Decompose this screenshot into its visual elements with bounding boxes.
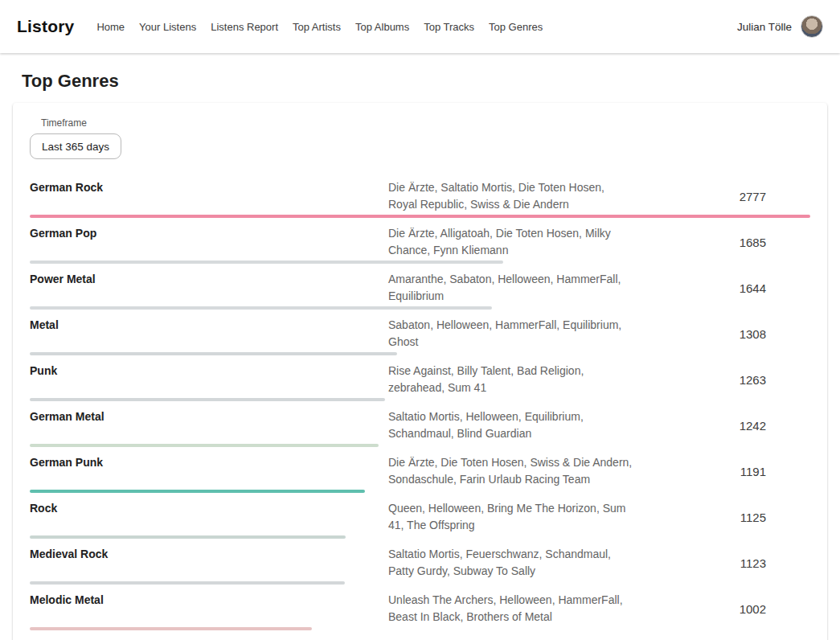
genre-count: 1308 — [633, 327, 810, 341]
genre-name: Medieval Rock — [30, 546, 388, 560]
timeframe-label: Timeframe — [41, 117, 810, 129]
genre-row[interactable]: German Indie Bukahara, Käptn Peng, KYTES… — [30, 630, 810, 640]
genre-row[interactable]: German Metal Saltatio Mortis, Helloween,… — [30, 401, 810, 447]
app-logo[interactable]: Listory — [17, 17, 74, 36]
genre-row[interactable]: Punk Rise Against, Billy Talent, Bad Rel… — [30, 355, 810, 401]
user-avatar[interactable] — [801, 15, 823, 38]
genre-name: Rock — [30, 500, 388, 515]
genre-row[interactable]: Metal Sabaton, Helloween, HammerFall, Eq… — [30, 310, 810, 355]
appbar-right: Julian Tölle — [737, 15, 823, 38]
genre-count: 1242 — [633, 419, 810, 433]
genre-artists: Die Ärzte, Alligatoah, Die Toten Hosen, … — [388, 225, 633, 259]
genre-row[interactable]: German Punk Die Ärzte, Die Toten Hosen, … — [30, 447, 810, 493]
genre-count: 1123 — [633, 556, 810, 570]
genre-row[interactable]: Power Metal Amaranthe, Sabaton, Hellowee… — [30, 264, 810, 310]
nav-item-top-genres[interactable]: Top Genres — [489, 21, 543, 33]
genre-row[interactable]: Rock Queen, Helloween, Bring Me The Hori… — [30, 493, 810, 539]
genre-count: 1685 — [633, 236, 810, 249]
app-bar: Listory HomeYour ListensListens ReportTo… — [0, 0, 840, 53]
genre-count: 1191 — [633, 465, 810, 478]
genre-name: German Metal — [30, 408, 388, 423]
genre-count: 1263 — [633, 373, 810, 387]
genre-name: Melodic Metal — [30, 592, 388, 606]
genre-count: 2777 — [633, 190, 810, 203]
nav-item-top-tracks[interactable]: Top Tracks — [424, 21, 474, 33]
genre-artists: Queen, Helloween, Bring Me The Horizon, … — [388, 500, 633, 534]
genre-artists: Die Ärzte, Saltatio Mortis, Die Toten Ho… — [388, 179, 633, 213]
genre-name: Metal — [30, 317, 388, 331]
timeframe-select[interactable]: Last 365 days — [30, 133, 121, 159]
nav-item-top-albums[interactable]: Top Albums — [355, 21, 409, 33]
genre-row[interactable]: Medieval Rock Saltatio Mortis, Feuerschw… — [30, 539, 810, 585]
user-name[interactable]: Julian Tölle — [737, 21, 792, 33]
genre-name: German Punk — [30, 454, 388, 469]
genre-name: Power Metal — [30, 271, 388, 285]
genre-row[interactable]: Melodic Metal Unleash The Archers, Hello… — [30, 585, 810, 630]
page-title: Top Genres — [22, 71, 840, 92]
genre-artists: Sabaton, Helloween, HammerFall, Equilibr… — [388, 317, 633, 351]
nav-item-top-artists[interactable]: Top Artists — [293, 21, 341, 33]
genre-artists: Saltatio Mortis, Helloween, Equilibrium,… — [388, 408, 633, 442]
genre-artists: Saltatio Mortis, Feuerschwanz, Schandmau… — [388, 546, 633, 580]
genre-row[interactable]: German Rock Die Ärzte, Saltatio Mortis, … — [30, 172, 810, 218]
genre-row[interactable]: German Pop Die Ärzte, Alligatoah, Die To… — [30, 218, 810, 264]
main-nav: HomeYour ListensListens ReportTop Artist… — [96, 21, 543, 33]
genre-count: 1125 — [633, 511, 810, 524]
nav-item-your-listens[interactable]: Your Listens — [139, 21, 196, 33]
genre-name: German Pop — [30, 225, 388, 240]
genre-list: German Rock Die Ärzte, Saltatio Mortis, … — [30, 172, 810, 640]
genre-artists: Rise Against, Billy Talent, Bad Religion… — [388, 363, 633, 396]
genre-count: 1002 — [633, 602, 810, 616]
genre-artists: Amaranthe, Sabaton, Helloween, HammerFal… — [388, 271, 633, 305]
genre-artists: Unleash The Archers, Helloween, HammerFa… — [388, 592, 633, 626]
nav-item-listens-report[interactable]: Listens Report — [211, 21, 278, 33]
genre-artists: Die Ärzte, Die Toten Hosen, Swiss & Die … — [388, 454, 633, 488]
nav-item-home[interactable]: Home — [96, 21, 125, 33]
genre-name: Punk — [30, 363, 388, 377]
genre-name: German Rock — [30, 179, 388, 194]
top-genres-card: Timeframe Last 365 days German Rock Die … — [13, 103, 827, 640]
genre-count: 1644 — [633, 281, 810, 295]
